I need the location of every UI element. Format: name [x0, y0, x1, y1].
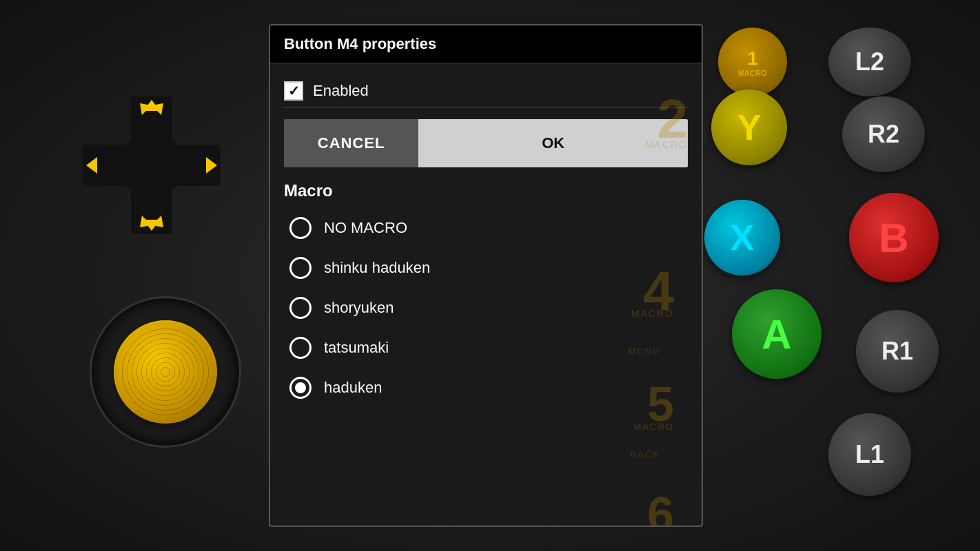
macro-1-button[interactable]: 1 MACRO [718, 28, 787, 96]
b-label: B [879, 214, 908, 262]
radio-tatsumaki[interactable] [289, 337, 312, 359]
button-properties-dialog: 2 MACRO 4 MACRO MENU 5 MACRO BACK 6 MACR… [269, 24, 703, 527]
r1-button[interactable]: R1 [856, 310, 939, 393]
dialog-body: Enabled CANCEL OK Macro NO MACRO shinku … [270, 63, 702, 417]
macro-option-label-haduken: haduken [324, 379, 382, 397]
macro-1-number: 1 [747, 48, 758, 70]
l1-label: L1 [855, 440, 884, 469]
analog-outer-ring [90, 296, 241, 448]
x-label: X [731, 217, 755, 258]
right-buttons-group: 1 MACRO L2 Y R2 X B A R1 L1 [718, 0, 980, 551]
radio-no-macro[interactable] [289, 217, 312, 239]
macro-option-tatsumaki[interactable]: tatsumaki [284, 330, 688, 366]
macro-options-list: NO MACRO shinku haduken shoryuken tatsum… [284, 210, 688, 406]
dpad-arrow-left [86, 157, 97, 174]
action-buttons-row: CANCEL OK [284, 119, 688, 167]
b-button[interactable]: B [849, 193, 939, 282]
bg-menu-label: MENU [629, 346, 660, 356]
y-button[interactable]: Y [711, 90, 787, 165]
bg-number-6: 6 [647, 487, 674, 527]
a-button[interactable]: A [732, 289, 821, 379]
macro-option-no-macro[interactable]: NO MACRO [284, 210, 688, 246]
macro-option-label-shoryuken: shoryuken [324, 299, 394, 317]
macro-option-label-tatsumaki: tatsumaki [324, 339, 389, 357]
dpad-arrow-right [206, 157, 217, 174]
macro-option-label-shinku-haduken: shinku haduken [324, 259, 430, 277]
dialog-title-bar: Button M4 properties [270, 25, 702, 63]
dialog-title: Button M4 properties [284, 35, 688, 53]
macro-1-label: MACRO [738, 70, 767, 77]
l1-button[interactable]: L1 [828, 413, 911, 496]
radio-haduken[interactable] [289, 377, 312, 399]
macro-option-haduken[interactable]: haduken [284, 370, 688, 406]
bg-macro-label-2: MACRO [645, 139, 688, 150]
y-label: Y [737, 107, 762, 148]
enabled-label: Enabled [313, 82, 369, 100]
radio-haduken-inner [295, 382, 306, 393]
analog-stick-container [83, 289, 248, 455]
r2-button[interactable]: R2 [842, 96, 925, 172]
bg-macro-label-4: MACRO [631, 308, 674, 319]
x-button[interactable]: X [704, 200, 780, 276]
radio-shinku-haduken[interactable] [289, 257, 312, 279]
l2-button[interactable]: L2 [828, 28, 911, 96]
macro-section-title: Macro [284, 181, 688, 200]
analog-stick[interactable] [114, 320, 217, 424]
r2-label: R2 [868, 120, 899, 149]
bg-back-label: BACK [631, 449, 660, 459]
enabled-checkbox[interactable] [284, 81, 303, 101]
bg-macro-label-5: MACRO [634, 422, 674, 432]
dpad-center [127, 141, 176, 189]
cancel-button[interactable]: CANCEL [284, 119, 418, 167]
dpad[interactable] [83, 96, 221, 234]
l2-label: L2 [855, 48, 884, 76]
macro-option-label-no-macro: NO MACRO [324, 219, 407, 237]
enabled-row[interactable]: Enabled [284, 74, 688, 108]
dpad-container [41, 55, 262, 276]
r1-label: R1 [881, 337, 913, 366]
a-label: A [762, 311, 791, 358]
macro-option-shinku-haduken[interactable]: shinku haduken [284, 250, 688, 286]
macro-option-shoryuken[interactable]: shoryuken [284, 290, 688, 326]
radio-shoryuken[interactable] [289, 297, 312, 319]
